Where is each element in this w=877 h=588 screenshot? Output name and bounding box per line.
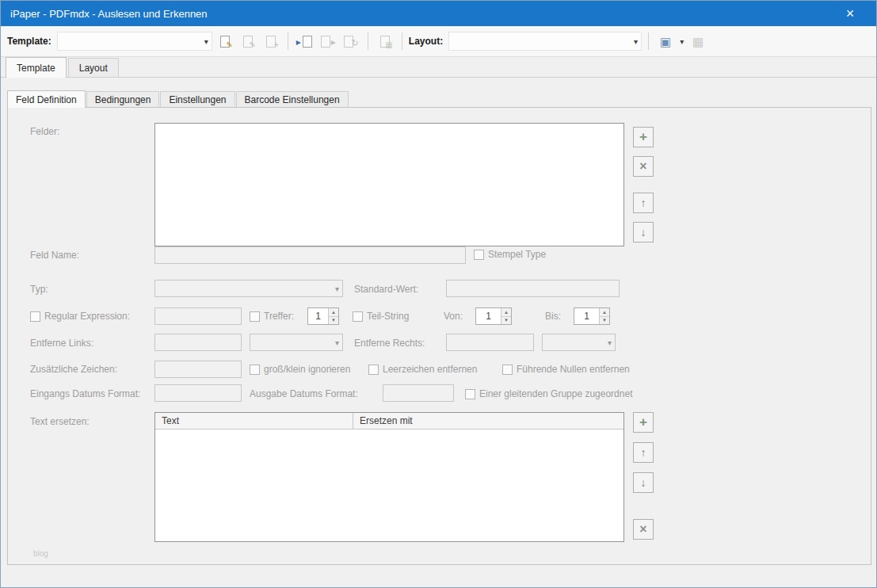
layout-combobox[interactable]: ▾: [448, 32, 642, 51]
spin-down-icon[interactable]: ▼: [329, 317, 338, 325]
eingangs-datums-label: Eingangs Datums Format:: [30, 388, 140, 399]
replace-table[interactable]: Text Ersetzen mit: [154, 412, 624, 542]
typ-combobox[interactable]: ▾: [154, 280, 343, 297]
gross-klein-checkbox[interactable]: groß/klein ignorieren: [250, 364, 350, 375]
standard-wert-label: Standard-Wert:: [354, 284, 418, 295]
checkbox-icon: [502, 365, 513, 375]
replace-table-body[interactable]: [155, 430, 623, 541]
spinner-buttons[interactable]: ▲ ▼: [599, 308, 609, 324]
column-header-text[interactable]: Text: [155, 413, 353, 429]
titlebar: iPaper - PDFmdx - Auslesen und Erkennen …: [1, 1, 876, 26]
teil-string-label: Teil-String: [367, 311, 409, 322]
tab-bedingungen-label: Bedingungen: [95, 94, 151, 105]
tab-einstellungen[interactable]: Einstellungen: [160, 91, 235, 107]
feld-name-input[interactable]: [154, 246, 466, 264]
layout-grid-icon[interactable]: ▦: [688, 31, 708, 52]
add-replacement-button[interactable]: +: [633, 412, 654, 433]
ausgabe-datums-input[interactable]: [383, 384, 454, 402]
regular-expression-label: Regular Expression:: [44, 311, 130, 322]
eingangs-datums-input[interactable]: [154, 384, 242, 402]
spinner-buttons[interactable]: ▲ ▼: [501, 308, 511, 324]
gleitende-gruppe-label: Einer gleitenden Gruppe zugeordnet: [479, 388, 632, 399]
treffer-checkbox[interactable]: Treffer:: [250, 311, 294, 322]
spin-down-icon[interactable]: ▼: [501, 317, 511, 325]
import-template-icon[interactable]: ▸: [295, 31, 315, 52]
move-field-down-button[interactable]: ↓: [633, 222, 654, 242]
column-header-ersetzen-mit[interactable]: Ersetzen mit: [353, 413, 623, 429]
text-ersetzen-label: Text ersetzen:: [30, 416, 90, 427]
entferne-rechts-combobox[interactable]: ▾: [542, 334, 616, 351]
tab-einstellungen-label: Einstellungen: [169, 94, 226, 105]
checkbox-icon: [368, 365, 379, 375]
add-field-button[interactable]: +: [633, 127, 654, 147]
teil-string-checkbox[interactable]: Teil-String: [353, 311, 409, 322]
layout-gallery-icon[interactable]: ▣: [655, 31, 676, 52]
tab-layout[interactable]: Layout: [68, 58, 119, 77]
stempel-type-checkbox[interactable]: Stempel Type: [474, 249, 546, 260]
fuehrende-nullen-checkbox[interactable]: Führende Nullen entfernen: [502, 364, 630, 375]
new-template-icon[interactable]: ✎: [215, 31, 235, 52]
template-combobox[interactable]: ▾: [57, 32, 212, 51]
treffer-spinner[interactable]: 1 ▲ ▼: [307, 307, 339, 325]
standard-wert-input[interactable]: [446, 280, 620, 297]
spin-up-icon[interactable]: ▲: [329, 308, 338, 317]
bis-label: Bis:: [545, 311, 561, 322]
plus-icon: +: [274, 41, 279, 49]
treffer-value: 1: [308, 308, 328, 324]
arrow-right-icon: ▸: [331, 37, 336, 47]
regular-expression-checkbox[interactable]: Regular Expression:: [30, 311, 130, 322]
felder-label: Felder:: [30, 126, 59, 137]
tab-template[interactable]: Template: [6, 57, 67, 78]
tab-barcode-einstellungen[interactable]: Barcode Einstellungen: [236, 91, 349, 107]
close-button[interactable]: ×: [833, 1, 867, 26]
ausgabe-datums-label: Ausgabe Datums Format:: [250, 388, 358, 399]
chevron-down-icon: ▾: [608, 338, 612, 347]
spinner-buttons[interactable]: ▲ ▼: [328, 308, 338, 324]
refresh-icon: ↻: [352, 39, 359, 48]
delete-field-button[interactable]: ×: [633, 156, 654, 177]
gleitende-gruppe-checkbox[interactable]: Einer gleitenden Gruppe zugeordnet: [465, 388, 632, 399]
chevron-down-icon: ▾: [634, 37, 638, 46]
tab-feld-definition[interactable]: Feld Definition: [7, 90, 86, 108]
copy-template-icon[interactable]: +: [261, 31, 281, 52]
main-tabstrip: Template Layout: [1, 57, 876, 78]
checkbox-icon: [250, 311, 260, 322]
chevron-down-icon: ▾: [204, 37, 208, 46]
entferne-rechts-input[interactable]: [446, 334, 534, 351]
checkbox-icon: [353, 311, 363, 322]
refresh-template-icon[interactable]: ↻: [341, 31, 361, 52]
von-spinner[interactable]: 1 ▲ ▼: [475, 307, 512, 325]
tab-barcode-einstellungen-label: Barcode Einstellungen: [245, 94, 340, 105]
delete-replacement-button[interactable]: ×: [633, 519, 654, 540]
toolbar-separator: [648, 32, 649, 50]
move-replacement-down-button[interactable]: ↓: [633, 472, 654, 493]
gross-klein-label: groß/klein ignorieren: [264, 364, 350, 375]
pencil-icon: ✎: [249, 41, 255, 49]
tab-bedingungen[interactable]: Bedingungen: [86, 91, 160, 107]
toolbar-separator: [368, 32, 368, 50]
felder-listbox[interactable]: [154, 123, 624, 246]
von-value: 1: [476, 308, 501, 324]
feld-definition-page: Felder: + × ↑ ↓ Feld Name: Stempel Type …: [7, 107, 871, 565]
spin-up-icon[interactable]: ▲: [501, 308, 511, 317]
stempel-type-label: Stempel Type: [488, 249, 546, 260]
main-toolbar: Template: ▾ ✎ ✎ + ▸ ▸ ↻: [1, 26, 876, 57]
move-replacement-up-button[interactable]: ↑: [633, 442, 654, 463]
leerzeichen-checkbox[interactable]: Leerzeichen entfernen: [368, 364, 477, 375]
export-template-icon[interactable]: ▸: [318, 31, 338, 52]
entferne-links-combobox[interactable]: ▾: [250, 334, 343, 351]
watermark-text: blog: [33, 549, 48, 558]
bis-spinner[interactable]: 1 ▲ ▼: [574, 307, 610, 325]
checkbox-icon: [465, 389, 475, 399]
spin-up-icon[interactable]: ▲: [600, 308, 609, 317]
zusaetzliche-zeichen-input[interactable]: [154, 361, 242, 378]
entferne-links-input[interactable]: [154, 334, 242, 351]
report-icon[interactable]: ▦: [375, 31, 395, 52]
move-field-up-button[interactable]: ↑: [633, 193, 654, 213]
checkbox-icon: [474, 250, 484, 260]
regular-expression-input[interactable]: [154, 307, 242, 325]
spin-down-icon[interactable]: ▼: [600, 317, 609, 325]
grid-icon: ▦: [692, 36, 704, 48]
edit-template-icon[interactable]: ✎: [238, 31, 258, 52]
chevron-down-icon[interactable]: ▾: [680, 37, 684, 46]
